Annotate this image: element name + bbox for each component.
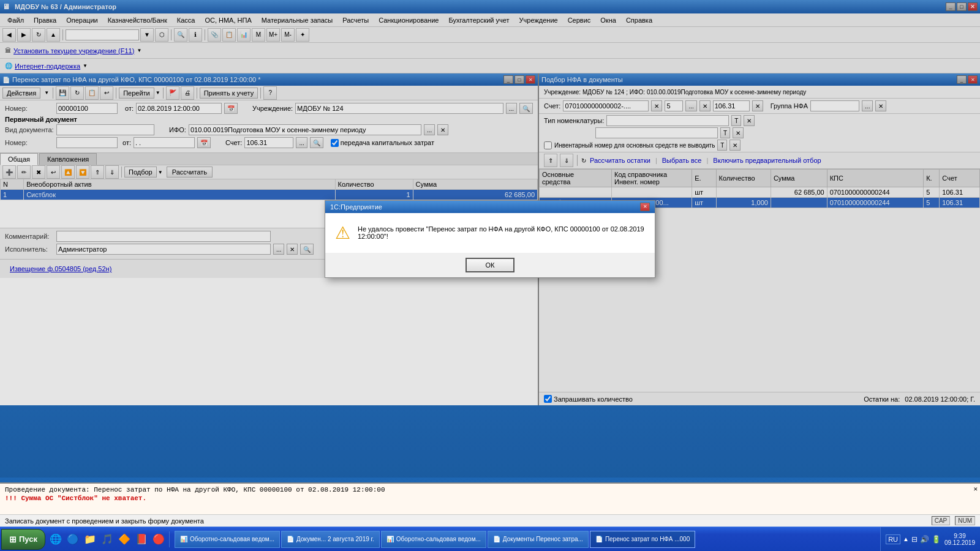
ie-icon[interactable]: 🌐 xyxy=(48,531,64,547)
status-bar: Записать документ с проведением и закрыт… xyxy=(0,514,980,527)
vlc-icon[interactable]: 🔶 xyxy=(116,531,132,547)
clock: 9:39 09.12.2019 xyxy=(944,533,975,546)
up-arrow-icon: ▲ xyxy=(903,536,909,542)
taskbar-item-2[interactable]: 📊 Оборотно-сальдовая ведом... xyxy=(381,531,486,548)
error-dialog: 1С:Предприятие ✕ ⚠ Не удалось провести "… xyxy=(325,200,655,278)
taskbar-item-4[interactable]: 📄 Перенос затрат по НФА ...000 xyxy=(590,531,695,548)
warning-icon: ⚠ xyxy=(335,223,350,243)
dialog-close-btn[interactable]: ✕ xyxy=(640,203,650,211)
system-tray-icons: RU ▲ ⊟ 🔊 🔋 xyxy=(886,534,941,544)
dialog-title-bar: 1С:Предприятие ✕ xyxy=(325,201,655,213)
tray-icon3: 🔋 xyxy=(932,535,941,544)
dialog-footer: ОК xyxy=(325,253,655,277)
log-line2: !!! Сумма ОС "Систблок" не хватает. xyxy=(5,495,975,502)
dialog-message: Не удалось провести "Перенос затрат по Н… xyxy=(358,223,645,240)
taskbar-right: RU ▲ ⊟ 🔊 🔋 9:39 09.12.2019 xyxy=(880,527,980,551)
taskbar: ⊞ Пуск 🌐 🔵 📁 🎵 🔶 📕 🔴 📊 Оборотно-сальдова… xyxy=(0,527,980,551)
taskbar-items: 📊 Оборотно-сальдовая ведом... 📄 Докумен.… xyxy=(172,531,880,548)
cap-indicator: CAP xyxy=(932,516,951,525)
log-line1: Проведение документа: Перенос затрат по … xyxy=(5,486,975,493)
dialog-title-text: 1С:Предприятие xyxy=(330,203,639,211)
lang-indicator: RU xyxy=(886,534,900,544)
status-indicators: CAP NUM xyxy=(932,516,975,525)
taskbar-item-3[interactable]: 📄 Документы Перенос затра... xyxy=(488,531,589,548)
app1c-icon[interactable]: 🔴 xyxy=(151,531,167,547)
clock-date: 09.12.2019 xyxy=(944,539,975,546)
pdf-icon[interactable]: 📕 xyxy=(134,531,149,547)
log-close-btn[interactable]: ✕ xyxy=(973,485,978,493)
num-indicator: NUM xyxy=(955,516,975,525)
clock-time: 9:39 xyxy=(944,533,975,539)
status-message: Записать документ с проведением и закрыт… xyxy=(5,517,204,525)
dialog-overlay: 1С:Предприятие ✕ ⚠ Не удалось провести "… xyxy=(0,0,980,478)
start-button[interactable]: ⊞ Пуск xyxy=(1,529,45,550)
tray-icon1: ⊟ xyxy=(911,535,918,544)
dialog-ok-btn[interactable]: ОК xyxy=(466,258,514,272)
chrome-icon[interactable]: 🔵 xyxy=(65,531,81,547)
folder-icon[interactable]: 📁 xyxy=(82,531,98,547)
quick-launch: 🌐 🔵 📁 🎵 🔶 📕 🔴 xyxy=(45,531,170,547)
taskbar-item-0[interactable]: 📊 Оборотно-сальдовая ведом... xyxy=(175,531,280,548)
tray-icon2: 🔊 xyxy=(920,535,929,544)
dialog-body: ⚠ Не удалось провести "Перенос затрат по… xyxy=(325,213,655,253)
media-icon[interactable]: 🎵 xyxy=(99,531,115,547)
desktop: 🖥 МДОБУ № 63 / Администратор _ □ ✕ Файл … xyxy=(0,0,980,551)
taskbar-item-1[interactable]: 📄 Докумен... 2 августа 2019 г. xyxy=(281,531,380,548)
